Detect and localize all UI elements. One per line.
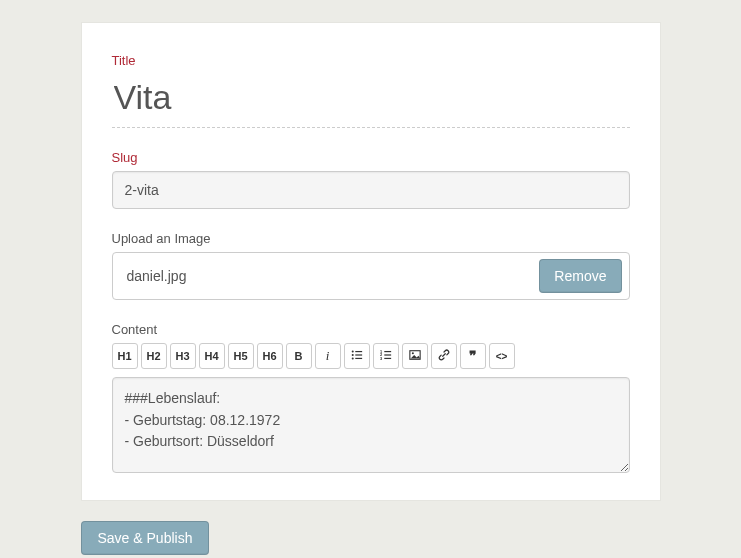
slug-input[interactable] [112,171,630,209]
unordered-list-button[interactable] [344,343,370,369]
image-icon [409,349,421,363]
svg-rect-7 [384,351,391,352]
svg-point-2 [351,354,353,356]
svg-text:3: 3 [380,357,382,361]
h1-button[interactable]: H1 [112,343,138,369]
content-textarea[interactable] [112,377,630,473]
svg-rect-9 [384,354,391,355]
editor-toolbar: H1 H2 H3 H4 H5 H6 B i 123 [112,343,630,369]
title-group: Title [112,53,630,128]
list-ol-icon: 123 [380,349,392,363]
remove-button[interactable]: Remove [539,259,621,293]
italic-button[interactable]: i [315,343,341,369]
link-button[interactable] [431,343,457,369]
upload-group: Upload an Image daniel.jpg Remove [112,231,630,300]
svg-rect-11 [384,358,391,359]
slug-label: Slug [112,150,630,165]
title-label: Title [112,53,630,68]
upload-row: daniel.jpg Remove [112,252,630,300]
h3-button[interactable]: H3 [170,343,196,369]
svg-point-4 [351,357,353,359]
link-icon [438,349,450,363]
svg-rect-5 [355,358,362,359]
title-input[interactable] [112,74,630,128]
save-publish-button[interactable]: Save & Publish [81,521,210,555]
list-ul-icon [351,349,363,363]
svg-rect-1 [355,351,362,352]
content-group: Content H1 H2 H3 H4 H5 H6 B i 123 [112,322,630,476]
h4-button[interactable]: H4 [199,343,225,369]
h6-button[interactable]: H6 [257,343,283,369]
footer: Save & Publish [81,521,661,555]
upload-label: Upload an Image [112,231,630,246]
svg-rect-3 [355,354,362,355]
slug-group: Slug [112,150,630,209]
image-button[interactable] [402,343,428,369]
upload-filename: daniel.jpg [127,268,540,284]
svg-point-0 [351,351,353,353]
bold-button[interactable]: B [286,343,312,369]
ordered-list-button[interactable]: 123 [373,343,399,369]
editor-panel: Title Slug Upload an Image daniel.jpg Re… [81,22,661,501]
svg-point-13 [411,352,413,354]
content-label: Content [112,322,630,337]
code-button[interactable]: <> [489,343,515,369]
h5-button[interactable]: H5 [228,343,254,369]
quote-button[interactable]: ❞ [460,343,486,369]
h2-button[interactable]: H2 [141,343,167,369]
